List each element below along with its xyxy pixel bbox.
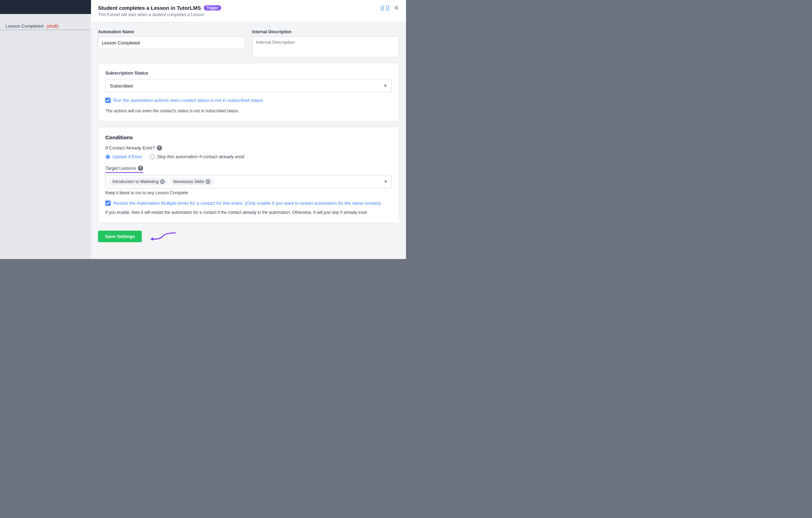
draft-badge: (draft) bbox=[47, 23, 59, 29]
subscription-card: Subscription Status Subscribed Unsubscri… bbox=[98, 63, 399, 121]
top-bar bbox=[0, 0, 91, 14]
restart-checkbox-label[interactable]: Restart the Automation Multiple times fo… bbox=[113, 200, 381, 206]
automation-name-input[interactable] bbox=[98, 36, 245, 49]
tag-necessary-skills-remove[interactable]: ✕ bbox=[205, 179, 210, 184]
update-if-exist-option[interactable]: Update if Exist bbox=[105, 154, 142, 159]
tags-input-wrapper[interactable]: Introduction to Marketing ✕ Necessary Sk… bbox=[105, 175, 392, 188]
header-right: {{ }} ✕ bbox=[380, 5, 399, 11]
close-button[interactable]: ✕ bbox=[394, 5, 399, 11]
run-checkbox-input[interactable] bbox=[105, 98, 111, 103]
trigger-badge: Trigger bbox=[204, 5, 221, 10]
save-settings-button[interactable]: Save Settings bbox=[98, 231, 142, 242]
keep-blank-note: Keep it blank to run to any Lesson Compl… bbox=[105, 190, 392, 195]
save-row: Save Settings bbox=[98, 229, 399, 250]
panel-title: Student completes a Lesson in TutorLMS T… bbox=[98, 5, 221, 11]
automation-name-label: Automation Name bbox=[98, 29, 245, 34]
automation-name-group: Automation Name bbox=[98, 29, 245, 57]
header-left: Student completes a Lesson in TutorLMS T… bbox=[98, 5, 221, 17]
target-lessons-section: Target Lessons ? Introduction to Marketi… bbox=[105, 166, 392, 195]
subscription-select-wrapper: Subscribed Unsubscribed Pending ▼ bbox=[105, 79, 392, 92]
panel-subtitle: This Funnel will start when a student co… bbox=[98, 12, 221, 17]
skip-automation-radio[interactable] bbox=[150, 154, 155, 159]
run-checkbox-label[interactable]: Run the automation actions even contact … bbox=[113, 97, 263, 104]
panel-content: Automation Name Internal Description Sub… bbox=[91, 22, 406, 257]
restart-checkbox-input[interactable] bbox=[105, 201, 111, 206]
conditions-card: Conditions If Contact Already Exist? ? U… bbox=[98, 127, 399, 223]
lesson-completed-label: Lesson Completed bbox=[6, 23, 43, 29]
contact-exist-info-icon[interactable]: ? bbox=[157, 145, 162, 150]
run-checkbox-row: Run the automation actions even contact … bbox=[105, 97, 392, 104]
internal-description-group: Internal Description bbox=[252, 29, 399, 57]
subscription-select[interactable]: Subscribed Unsubscribed Pending bbox=[105, 79, 392, 92]
bg-divider bbox=[0, 30, 91, 30]
contact-exist-label: If Contact Already Exist? ? bbox=[105, 145, 392, 150]
target-lessons-label: Target Lessons ? bbox=[105, 166, 143, 173]
update-if-exist-radio[interactable] bbox=[105, 154, 110, 159]
svg-marker-0 bbox=[150, 238, 153, 241]
tag-necessary-skills: Necessary Skills ✕ bbox=[170, 178, 214, 185]
left-background-panel: Lesson Completed (draft) bbox=[0, 0, 91, 259]
run-note: The actions will run even the contact's … bbox=[105, 108, 392, 114]
name-description-row: Automation Name Internal Description bbox=[98, 29, 399, 57]
panel-header: Student completes a Lesson in TutorLMS T… bbox=[91, 0, 406, 22]
code-icon-button[interactable]: {{ }} bbox=[380, 5, 390, 11]
skip-automation-option[interactable]: Skip this automation if contact already … bbox=[150, 154, 244, 159]
restart-description: If you enable, then it will restart the … bbox=[105, 209, 392, 216]
main-panel: Student completes a Lesson in TutorLMS T… bbox=[91, 0, 406, 259]
conditions-title: Conditions bbox=[105, 134, 392, 140]
restart-checkbox-row: Restart the Automation Multiple times fo… bbox=[105, 200, 392, 206]
contact-exist-radio-group: Update if Exist Skip this automation if … bbox=[105, 154, 392, 159]
internal-description-textarea[interactable] bbox=[252, 36, 399, 57]
arrow-indicator bbox=[149, 230, 177, 243]
tag-intro-marketing-remove[interactable]: ✕ bbox=[160, 179, 165, 184]
tags-dropdown-arrow-icon: ▼ bbox=[384, 179, 388, 184]
tag-intro-marketing: Introduction to Marketing ✕ bbox=[109, 178, 168, 185]
internal-description-label: Internal Description bbox=[252, 29, 399, 34]
subscription-status-label: Subscription Status bbox=[105, 70, 392, 76]
target-lessons-info-icon[interactable]: ? bbox=[138, 166, 143, 171]
